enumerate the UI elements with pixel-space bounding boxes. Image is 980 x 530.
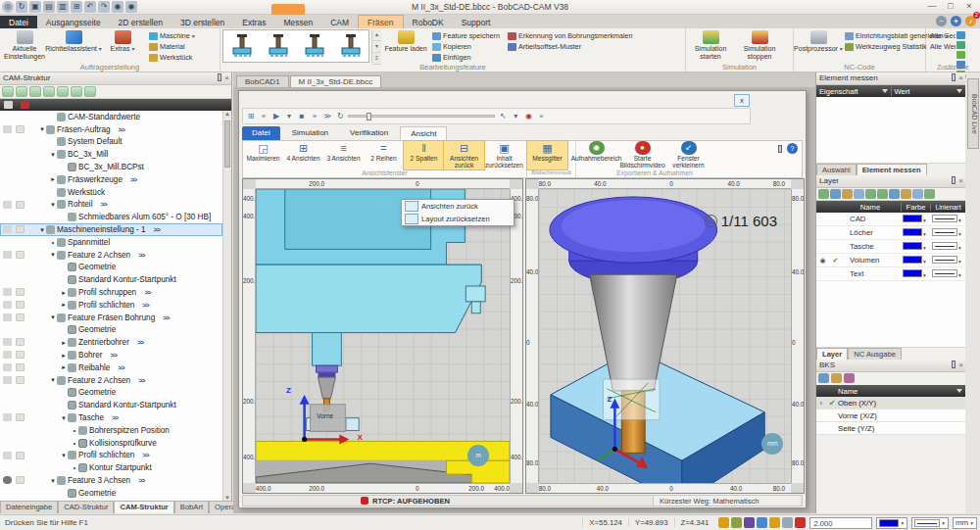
view-ribbon-button[interactable]: ▦Messgitter	[527, 141, 567, 169]
context-menu-item[interactable]: Ansichten zurück	[402, 200, 514, 213]
toolbar-icon[interactable]	[842, 189, 853, 199]
simulation-close-button[interactable]: x	[734, 94, 750, 107]
item-menu-chevron[interactable]: >>	[163, 314, 169, 321]
ribbon-small-button[interactable]: Erkennung von Bohrungsmerkmalen	[506, 30, 633, 41]
tree-item[interactable]: CAM-Standardwerte	[0, 111, 222, 123]
close-panel-icon[interactable]: ×	[224, 73, 229, 82]
item-menu-chevron[interactable]: >>	[154, 226, 160, 233]
pointer-options-icon[interactable]: ▾	[512, 112, 519, 120]
skip-end-icon[interactable]: ≫	[323, 112, 331, 120]
expander-icon[interactable]: •	[71, 464, 78, 471]
tree-item[interactable]: ▸ Reibahle >>	[0, 361, 222, 374]
layer-row[interactable]: Text ▾ ▾	[816, 267, 965, 281]
tree-item[interactable]: ▾ Tasche >>	[0, 411, 222, 424]
line-width-input[interactable]: 2.000	[809, 517, 872, 529]
ribbon-tab[interactable]: 2D erstellen	[110, 16, 172, 29]
ribbon-button[interactable]: Aktuelle Einstellungen	[0, 29, 49, 63]
expander-icon[interactable]: ▾	[49, 477, 57, 485]
expander-icon[interactable]: ▸	[60, 352, 68, 360]
tree-item[interactable]: ▾ Fräsen-Auftrag >>	[0, 123, 222, 136]
expander-icon[interactable]: ▾	[49, 313, 57, 321]
item-menu-chevron[interactable]: >>	[118, 364, 123, 371]
panel-tab[interactable]: Layer	[816, 348, 848, 360]
item-menu-chevron[interactable]: >>	[112, 414, 118, 421]
ortho-icon[interactable]	[744, 517, 755, 528]
item-menu-chevron[interactable]: >>	[137, 339, 143, 346]
tree-item[interactable]: Geometrie	[0, 487, 222, 500]
ribbon-tab[interactable]: Ausgangsseite	[37, 16, 110, 29]
view-ribbon-button[interactable]: ◉Aufnahmebereich	[576, 141, 616, 169]
ribbon-tab[interactable]: Messen	[274, 16, 321, 29]
loop-icon[interactable]: ↻	[336, 112, 344, 120]
item-menu-chevron[interactable]: >>	[130, 176, 136, 183]
ribbon-small-button[interactable]: Maschine	[147, 30, 195, 41]
gallery-arrow[interactable]: ▾	[372, 41, 381, 53]
expander-icon[interactable]: ▾	[49, 376, 57, 384]
item-menu-chevron[interactable]: >>	[101, 201, 107, 208]
tree-item[interactable]: ▾ Feature 2 Achsen >>	[0, 249, 222, 262]
pin-icon[interactable]	[218, 73, 221, 81]
item-menu-chevron[interactable]: >>	[138, 477, 144, 484]
ribbon-button[interactable]: Simulation stoppen	[735, 29, 784, 63]
bks-row[interactable]: Vorne (X/Z)	[816, 410, 965, 422]
layer-linestyle-picker[interactable]: ▾	[932, 242, 965, 252]
play-icon[interactable]: ▶	[272, 112, 280, 120]
pin-icon[interactable]	[952, 361, 956, 368]
layer-color-picker[interactable]: ▾	[903, 228, 932, 238]
tree-item[interactable]: Werkstück	[0, 186, 222, 199]
ribbon-button[interactable]: Simulation starten	[686, 29, 735, 63]
close-panel-icon[interactable]: ×	[958, 176, 963, 185]
item-menu-chevron[interactable]: >>	[111, 352, 117, 359]
expander-icon[interactable]: ▾	[38, 125, 46, 133]
notifications-bell-icon[interactable]: ♪2	[965, 16, 976, 26]
ribbon-button[interactable]: Postprozessor	[794, 29, 843, 63]
toolbar-icon[interactable]	[889, 189, 900, 199]
ribbon-small-button[interactable]: Einfügen	[430, 52, 500, 63]
expander-icon[interactable]: •	[49, 239, 57, 246]
ribbon-tab[interactable]: 3D erstellen	[172, 16, 233, 29]
expander-icon[interactable]: ▸	[60, 363, 68, 371]
tool-gallery[interactable]	[222, 29, 369, 63]
export-icon[interactable]	[956, 41, 965, 49]
edit-column-icon[interactable]	[4, 101, 13, 109]
record-icon[interactable]: ◉	[524, 112, 532, 120]
toolbar-icon[interactable]	[912, 189, 923, 199]
expander-icon[interactable]: ▾	[49, 251, 57, 259]
front-view-canvas[interactable]: Z X Vorne m	[256, 189, 510, 483]
tree-item[interactable]: ▸ Bohrer >>	[0, 349, 222, 361]
view-ribbon-button[interactable]: ⊟Ansichten zurück	[444, 141, 484, 169]
view-ribbon-button[interactable]: ↙Fenster verkleinern	[668, 141, 709, 169]
order-column-icon[interactable]	[21, 101, 29, 109]
toolbar-icon[interactable]	[844, 373, 855, 383]
help-status-icon[interactable]	[795, 517, 806, 528]
restore-button[interactable]: □	[942, 1, 959, 13]
tree-compute-icon[interactable]	[57, 86, 69, 97]
item-menu-chevron[interactable]: >>	[138, 252, 144, 259]
toolbar-icon[interactable]	[924, 189, 935, 199]
sim-tab[interactable]: Datei	[242, 126, 280, 140]
item-menu-chevron[interactable]: >>	[142, 452, 148, 458]
toolbar-icon[interactable]	[877, 189, 888, 199]
save-status-icon[interactable]	[782, 517, 793, 528]
toolbar-icon[interactable]	[818, 189, 829, 199]
ucs-icon[interactable]	[718, 517, 729, 528]
window-mode-icon[interactable]: ⊞	[247, 112, 255, 120]
expander-icon[interactable]: ▾	[38, 226, 46, 234]
view-ribbon-button[interactable]: ≡3 Ansichten	[323, 141, 364, 169]
panel-tab[interactable]: CAD-Struktur	[58, 501, 114, 513]
bks-row[interactable]: › ✔ Oben (X/Y)	[816, 397, 965, 410]
ribbon-small-button[interactable]: Kopieren	[430, 41, 500, 52]
expander-icon[interactable]: •	[71, 427, 78, 434]
tool-gallery-item-1[interactable]	[229, 33, 255, 59]
tree-item[interactable]: • Spannmittel	[0, 236, 222, 249]
tree-item[interactable]: ▸ Zentrierbohrer >>	[0, 336, 222, 349]
filter-icon[interactable]	[956, 89, 962, 93]
tree-item[interactable]: Geometrie	[0, 324, 222, 337]
toolbar-icon[interactable]	[831, 373, 842, 383]
tree-item[interactable]: ▾ BC_3x_Mill	[0, 148, 222, 161]
pin-icon[interactable]	[952, 176, 956, 184]
view-ribbon-button[interactable]: ▣Inhalt zurücksetzen	[484, 141, 524, 169]
layer-color-picker[interactable]: ▾	[903, 256, 932, 265]
iso-view-canvas[interactable]: NC 1/11 603 Z mm	[539, 189, 791, 483]
tree-item[interactable]: • Kollisionsprüfkurve	[0, 437, 222, 450]
